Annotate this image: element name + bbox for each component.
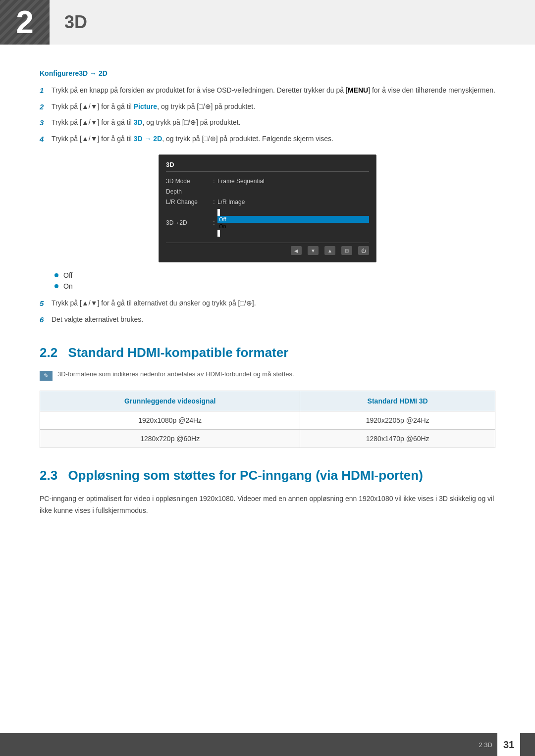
step-num-6: 6 xyxy=(40,314,52,326)
osd-label-depth: Depth xyxy=(166,188,211,195)
step-num-5: 5 xyxy=(40,298,52,309)
step-text-3: Trykk på [▲/▼] for å gå til 3D, og trykk… xyxy=(52,117,495,128)
section-23-body: PC-inngang er optimalisert for video i o… xyxy=(40,493,495,517)
osd-label-lrchange: L/R Change xyxy=(166,199,211,205)
osd-icon-5: ⏻ xyxy=(358,246,369,255)
note-text: 3D-formatene som indikeres nedenfor anbe… xyxy=(57,370,294,378)
table-row: 1920x1080p @24Hz 1920x2205p @24Hz xyxy=(40,411,495,430)
osd-row-depth: Depth xyxy=(166,187,369,196)
osd-icon-4: ⊟ xyxy=(341,246,352,255)
table-header-col1: Grunnleggende videosignal xyxy=(40,391,300,411)
osd-value-3d2d: Off On xyxy=(217,209,369,237)
page-footer: 2 3D 31 xyxy=(0,733,535,756)
bullet-item-off: Off xyxy=(54,271,495,279)
table-cell-r1c1: 1920x1080p @24Hz xyxy=(40,411,300,430)
bullet-dot-off xyxy=(54,273,58,277)
bullet-list: Off On xyxy=(54,271,495,290)
step-num-4: 4 xyxy=(40,134,52,145)
bullet-label-on: On xyxy=(63,282,73,290)
chapter-number: 2 xyxy=(0,0,50,45)
note-icon xyxy=(40,371,53,381)
osd-screenshot: 3D 3D Mode : Frame Sequential Depth L/R … xyxy=(159,154,376,262)
table-header-row: Grunnleggende videosignal Standard HDMI … xyxy=(40,391,495,411)
bullet-item-on: On xyxy=(54,282,495,290)
step-5: 5 Trykk på [▲/▼] for å gå til alternativ… xyxy=(40,298,495,309)
step-4: 4 Trykk på [▲/▼] for å gå til 3D → 2D, o… xyxy=(40,134,495,145)
step-2: 2 Trykk på [▲/▼] for å gå til Picture, o… xyxy=(40,101,495,113)
step-num-1: 1 xyxy=(40,85,52,97)
osd-bottom-icons: ◀ ▼ ▲ ⊟ ⏻ xyxy=(166,243,369,255)
osd-option-on: On xyxy=(217,223,369,230)
osd-icon-1: ◀ xyxy=(291,246,302,255)
chapter-title: 3D xyxy=(50,12,87,33)
note-box: 3D-formatene som indikeres nedenfor anbe… xyxy=(40,370,495,381)
step-num-3: 3 xyxy=(40,117,52,129)
osd-row-lrchange: L/R Change : L/R Image xyxy=(166,198,369,206)
footer-chapter-ref: 2 3D xyxy=(479,741,492,749)
steps-list-2: 5 Trykk på [▲/▼] for å gå til alternativ… xyxy=(40,298,495,325)
osd-rows: 3D Mode : Frame Sequential Depth L/R Cha… xyxy=(166,177,369,238)
section-22-title: 2.2 Standard HDMI-kompatible formater xyxy=(40,345,495,360)
section-22-heading: Standard HDMI-kompatible formater xyxy=(68,345,288,360)
step-text-2: Trykk på [▲/▼] for å gå til Picture, og … xyxy=(52,101,495,112)
osd-option-off: Off xyxy=(217,216,369,223)
bullet-dot-on xyxy=(54,284,58,288)
step-text-4: Trykk på [▲/▼] for å gå til 3D → 2D, og … xyxy=(52,134,495,144)
section-23-heading: Oppløsning som støttes for PC-inngang (v… xyxy=(68,468,423,483)
osd-value-lrchange: L/R Image xyxy=(217,199,369,205)
osd-label-3dmode: 3D Mode xyxy=(166,178,211,185)
osd-label-3d2d: 3D→2D xyxy=(166,219,211,226)
main-content: Konfigurere3D → 2D 1 Trykk på en knapp p… xyxy=(0,59,535,547)
osd-value-3dmode: Frame Sequential xyxy=(217,178,369,185)
table-row: 1280x720p @60Hz 1280x1470p @60Hz xyxy=(40,430,495,448)
osd-row-3dmode: 3D Mode : Frame Sequential xyxy=(166,177,369,186)
chapter-header: 2 3D xyxy=(0,0,535,45)
hdmi-table: Grunnleggende videosignal Standard HDMI … xyxy=(40,391,495,448)
step-text-6: Det valgte alternativet brukes. xyxy=(52,314,495,325)
table-header-col2: Standard HDMI 3D xyxy=(300,391,495,411)
steps-list-1: 1 Trykk på en knapp på forsiden av produ… xyxy=(40,85,495,145)
footer-page-number: 31 xyxy=(497,733,520,756)
step-6: 6 Det valgte alternativet brukes. xyxy=(40,314,495,326)
osd-dropdown: Off On xyxy=(217,209,369,237)
osd-icon-3: ▲ xyxy=(324,246,335,255)
section-22-number: 2.2 xyxy=(40,345,57,360)
table-cell-r2c1: 1280x720p @60Hz xyxy=(40,430,300,448)
bullet-label-off: Off xyxy=(63,271,72,279)
section-23-number: 2.3 xyxy=(40,468,57,483)
step-text-5: Trykk på [▲/▼] for å gå til alternativet… xyxy=(52,298,495,308)
configure-heading: Konfigurere3D → 2D xyxy=(40,69,495,77)
step-1: 1 Trykk på en knapp på forsiden av produ… xyxy=(40,85,495,97)
step-num-2: 2 xyxy=(40,101,52,113)
step-text-1: Trykk på en knapp på forsiden av produkt… xyxy=(52,85,495,96)
osd-icon-2: ▼ xyxy=(308,246,319,255)
section-23-title: 2.3 Oppløsning som støttes for PC-inngan… xyxy=(40,468,495,483)
osd-row-3d2d: 3D→2D : Off On xyxy=(166,208,369,238)
table-cell-r1c2: 1920x2205p @24Hz xyxy=(300,411,495,430)
step-3: 3 Trykk på [▲/▼] for å gå til 3D, og try… xyxy=(40,117,495,129)
osd-title: 3D xyxy=(166,161,369,172)
table-cell-r2c2: 1280x1470p @60Hz xyxy=(300,430,495,448)
